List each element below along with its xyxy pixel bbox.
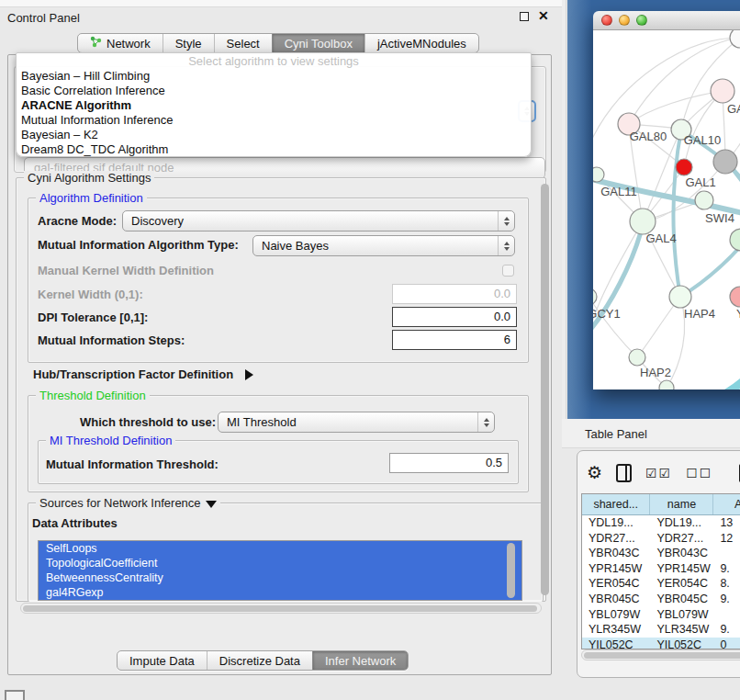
dock-frame-strip	[0, 0, 566, 7]
network-node[interactable]	[730, 229, 740, 251]
split-columns-icon[interactable]	[616, 464, 632, 482]
spinner-up-icon	[484, 418, 489, 422]
column-header-shared[interactable]: shared...	[582, 494, 650, 514]
tab-label: Cyni Toolbox	[285, 37, 353, 51]
tab-style[interactable]: Style	[163, 34, 214, 52]
node-label: HAP4	[684, 307, 715, 321]
network-canvas[interactable]: GALGAL80GAL10GAL1GAL11SWI4GAL4GCY1HAP4YH…	[593, 30, 740, 390]
mi-type-value: Naive Bayes	[262, 239, 329, 253]
close-panel-icon[interactable]: ✕	[538, 8, 549, 23]
gear-icon[interactable]: ⚙	[587, 464, 602, 482]
which-threshold-combobox[interactable]: MI Threshold	[218, 412, 495, 433]
table-cell: YIL052C	[650, 638, 713, 649]
bottom-tab-discretize-data[interactable]: Discretize Data	[207, 651, 312, 670]
aracne-mode-value: Discovery	[131, 214, 184, 228]
table-row[interactable]: YBR045CYBR045C9.	[582, 592, 740, 607]
zoom-window-icon[interactable]	[636, 15, 647, 26]
settings-hscrollbar-thumb[interactable]	[23, 605, 537, 612]
divider-collapse-icon[interactable]: ▸	[567, 333, 571, 341]
attribute-item-topologicalcoefficient[interactable]: TopologicalCoefficient	[39, 556, 521, 570]
tab-jactivemnodules[interactable]: jActiveMNodules	[364, 34, 478, 52]
table-row[interactable]: YDR27...YDR27...12	[582, 531, 740, 547]
table-row[interactable]: YPR145WYPR145W9.	[582, 561, 740, 577]
table-panel-titlebar: Table Panel	[562, 419, 740, 448]
network-node[interactable]	[713, 150, 737, 174]
manual-kernel-checkbox[interactable]	[502, 265, 514, 277]
dpi-tolerance-field[interactable]: 0.0	[392, 307, 517, 327]
panel-divider[interactable]	[562, 0, 566, 419]
network-node-y[interactable]	[730, 287, 740, 307]
attribute-item-gal4rgexp[interactable]: gal4RGexp	[39, 585, 521, 600]
network-node-gal11[interactable]	[593, 167, 604, 182]
network-node-gal4[interactable]	[630, 209, 656, 234]
tab-cyni-toolbox[interactable]: Cyni Toolbox	[272, 34, 364, 52]
network-node-hap2[interactable]	[629, 349, 645, 366]
attribute-item-selfloops[interactable]: SelfLoops	[39, 541, 521, 556]
cyni-algorithm-settings-title: Cyni Algorithm Settings	[24, 171, 154, 185]
table-row[interactable]: YLR345WYLR345W9.	[582, 622, 740, 638]
table-row[interactable]: YIL052CYIL052C0	[582, 638, 740, 649]
table-row[interactable]: YBR043CYBR043C	[582, 546, 740, 561]
hub-definition-label: Hub/Transcription Factor Definition	[33, 367, 233, 381]
network-view-window[interactable]: GALGAL80GAL10GAL1GAL11SWI4GAL4GCY1HAP4YH…	[593, 11, 740, 390]
settings-hscrollbar[interactable]	[20, 603, 542, 614]
attribute-item-betweennesscentrality[interactable]: BetweennessCentrality	[39, 570, 521, 585]
column-header-name[interactable]: name	[650, 494, 713, 514]
spinner-up-icon	[504, 242, 510, 245]
table-cell: YBL079W	[650, 607, 713, 623]
spinner-down-icon	[484, 423, 489, 427]
dropdown-item-bayesian-k2[interactable]: Bayesian – K2	[17, 128, 531, 142]
tab-label: Infer Network	[325, 654, 396, 668]
hub-definition-expander[interactable]: Hub/Transcription Factor Definition	[33, 366, 253, 382]
bottom-tab-impute-data[interactable]: Impute Data	[118, 651, 207, 670]
aracne-mode-combobox[interactable]: Discovery	[122, 210, 515, 231]
control-panel-titlebar: Control Panel ✕	[7, 10, 555, 28]
deselect-checks-icon[interactable]: ☐☐	[686, 466, 712, 480]
dropdown-item-mutual-information-inference[interactable]: Mutual Information Inference	[17, 113, 531, 128]
tab-label: Discretize Data	[219, 654, 300, 668]
bottom-tab-infer-network[interactable]: Infer Network	[312, 651, 408, 670]
dropdown-items: Bayesian – Hill ClimbingBasic Correlatio…	[17, 69, 531, 157]
network-node-gal[interactable]	[711, 79, 734, 103]
table-cell: YLR345W	[650, 622, 713, 638]
select-all-checks-icon[interactable]: ☑☑	[645, 466, 672, 480]
column-header-a[interactable]: A	[713, 494, 740, 514]
network-window-titlebar[interactable]	[593, 11, 740, 30]
attributes-scrollbar[interactable]	[507, 543, 515, 598]
data-attributes-label: Data Attributes	[32, 516, 118, 530]
node-label: GAL4	[645, 231, 676, 245]
table-hscrollbar[interactable]	[581, 649, 740, 660]
table-row[interactable]: YBL079WYBL079W	[582, 607, 740, 623]
table-cell: YIL052C	[582, 638, 650, 649]
dock-corner-icon[interactable]	[5, 690, 25, 700]
table-cell	[713, 546, 740, 561]
control-panel-tabbar: NetworkStyleSelectCyni ToolboxjActiveMNo…	[77, 33, 479, 53]
close-window-icon[interactable]	[601, 15, 612, 26]
network-node[interactable]	[659, 380, 674, 390]
table-row[interactable]: YDL19...YDL19...13	[582, 515, 740, 531]
network-node-swi4[interactable]	[695, 191, 713, 209]
network-node-hap4[interactable]	[669, 286, 691, 308]
float-window-icon[interactable]	[520, 12, 529, 21]
dropdown-item-aracne-algorithm[interactable]: ARACNE Algorithm	[17, 98, 531, 113]
dropdown-item-bayesian-hill-climbing[interactable]: Bayesian – Hill Climbing	[17, 69, 531, 84]
dropdown-item-dream8-dc-tdc-algorithm[interactable]: Dream8 DC_TDC Algorithm	[17, 142, 531, 157]
kernel-width-field[interactable]: 0.0	[392, 284, 517, 304]
mi-steps-field[interactable]: 6	[392, 330, 517, 350]
network-node-gcy1[interactable]	[593, 288, 597, 305]
tab-select[interactable]: Select	[214, 34, 272, 52]
network-node-gal1[interactable]	[676, 159, 692, 175]
dropdown-item-basic-correlation-inference[interactable]: Basic Correlation Inference	[17, 84, 531, 98]
tab-network[interactable]: Network	[78, 34, 163, 52]
manual-kernel-label: Manual Kernel Width Definition	[38, 264, 214, 277]
table-panel-title: Table Panel	[585, 427, 647, 441]
settings-vscrollbar[interactable]	[541, 184, 549, 595]
table-cell: YBL079W	[582, 607, 650, 623]
table-header-row: shared...nameA	[582, 494, 740, 515]
mi-type-combobox[interactable]: Naive Bayes	[252, 235, 515, 256]
minimize-window-icon[interactable]	[619, 15, 630, 26]
table-row[interactable]: YER054CYER054C8.	[582, 576, 740, 592]
mi-threshold-field[interactable]: 0.5	[389, 453, 509, 473]
collapse-down-icon[interactable]	[206, 501, 217, 508]
table-hscrollbar-thumb[interactable]	[584, 652, 740, 659]
